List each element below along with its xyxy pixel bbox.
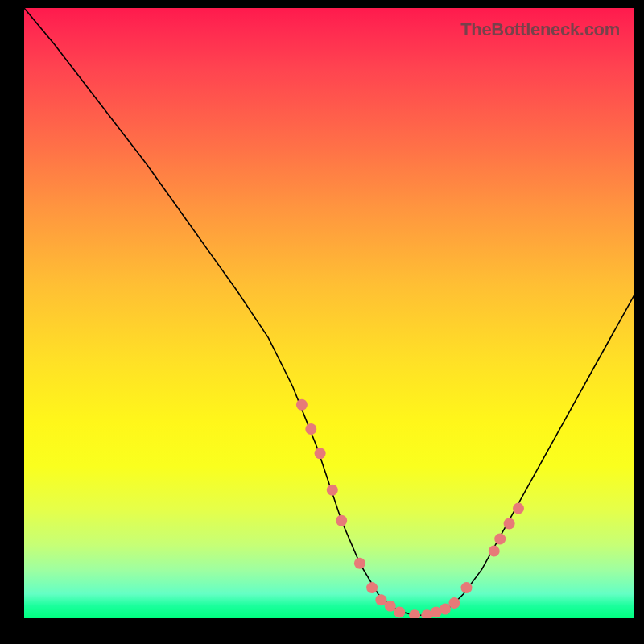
marker-group xyxy=(296,399,524,618)
chart-svg xyxy=(24,8,634,618)
data-marker xyxy=(513,503,524,514)
data-marker xyxy=(421,609,432,618)
watermark-text: TheBottleneck.com xyxy=(460,19,620,40)
data-marker xyxy=(336,515,347,526)
data-marker xyxy=(305,423,316,435)
data-marker xyxy=(327,485,338,496)
data-marker xyxy=(385,601,396,612)
data-marker xyxy=(489,546,500,557)
data-marker xyxy=(494,534,506,545)
data-marker xyxy=(296,399,308,411)
data-marker xyxy=(366,582,378,593)
data-marker xyxy=(375,594,386,605)
bottleneck-curve xyxy=(24,8,634,615)
data-marker xyxy=(354,558,365,569)
data-marker xyxy=(431,606,442,617)
data-marker xyxy=(315,448,326,459)
data-marker xyxy=(461,582,473,593)
data-marker xyxy=(448,597,460,609)
data-marker xyxy=(409,609,420,618)
data-marker xyxy=(440,604,451,615)
data-marker xyxy=(504,518,515,530)
data-marker xyxy=(394,606,405,617)
chart-plot-area: TheBottleneck.com xyxy=(24,8,634,618)
